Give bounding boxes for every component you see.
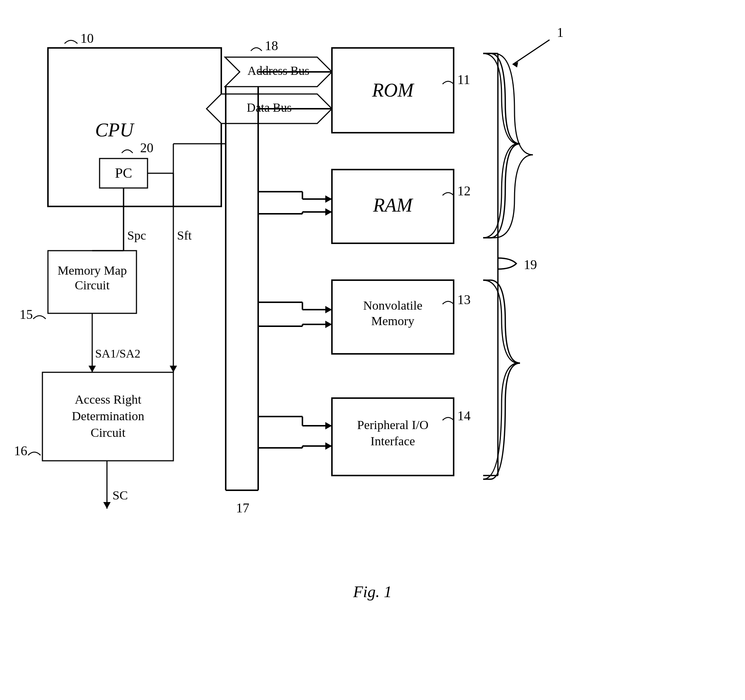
access-right-label-3: Circuit	[91, 426, 126, 439]
data-bus-label: Data Bus	[247, 101, 292, 114]
label-14: 14	[457, 408, 471, 423]
sc-label: SC	[112, 488, 128, 502]
label-13: 13	[457, 292, 471, 307]
label-10: 10	[81, 31, 94, 46]
memory-map-label-2: Circuit	[75, 278, 110, 292]
nonvolatile-label-1: Nonvolatile	[363, 299, 423, 312]
nonvolatile-label-2: Memory	[371, 314, 414, 328]
diagram-container: CPU PC 20 10 Memory Map Circuit 15 Acces…	[0, 0, 745, 700]
rom-label: ROM	[372, 80, 414, 101]
memory-map-label-1: Memory Map	[58, 264, 127, 277]
pc-label: PC	[115, 165, 132, 181]
label-17: 17	[236, 501, 249, 515]
label-15: 15	[19, 307, 33, 322]
figure-caption: Fig. 1	[353, 583, 392, 601]
label-16: 16	[14, 443, 27, 458]
label-11: 11	[457, 72, 470, 87]
sft-label: Sft	[177, 228, 192, 242]
ram-label: RAM	[373, 195, 414, 216]
peripheral-label-1: Peripheral I/O	[357, 418, 429, 432]
label-12: 12	[457, 184, 471, 199]
label-18: 18	[265, 38, 278, 53]
peripheral-label-2: Interface	[371, 434, 415, 448]
label-19: 19	[524, 257, 537, 272]
sa1-sa2-label: SA1/SA2	[95, 347, 141, 360]
cpu-label: CPU	[95, 119, 135, 140]
label-20: 20	[140, 140, 153, 155]
label-1: 1	[557, 25, 564, 40]
access-right-label-2: Determination	[72, 409, 144, 423]
address-bus-label: Address Bus	[247, 64, 310, 78]
spc-label: Spc	[127, 228, 146, 242]
access-right-label-1: Access Right	[75, 393, 142, 406]
